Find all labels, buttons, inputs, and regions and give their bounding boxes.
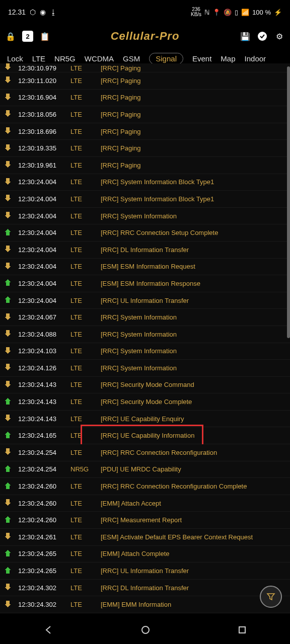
log-tech: LTE [70, 229, 101, 236]
log-row[interactable]: 🡅12:30:24.165LTE[RRC] UE Capability Info… [0, 427, 290, 444]
system-nav-bar [0, 616, 290, 644]
log-row[interactable]: 🡇12:30:24.126LTE[RRC] System Information [0, 360, 290, 377]
log-tech: LTE [70, 64, 101, 72]
tab-nr5g[interactable]: NR5G [54, 54, 76, 63]
log-row[interactable]: 🡇12:30:24.143LTE[RRC] Security Mode Comm… [0, 377, 290, 394]
arrow-down-icon: 🡇 [2, 330, 14, 339]
log-row[interactable]: 🡇12:30:24.302LTE[RRC] DL Information Tra… [0, 580, 290, 597]
arrow-down-icon: 🡇 [2, 160, 14, 170]
log-row[interactable]: 🡇12:30:24.004LTE[RRC] System Information… [0, 174, 290, 191]
lock-icon[interactable]: 🔒 [5, 31, 16, 42]
log-row[interactable]: 🡅12:30:24.004LTE[RRC] UL Information Tra… [0, 292, 290, 309]
log-message: [RRC] Paging [101, 111, 287, 118]
log-time: 12:30:24.302 [14, 601, 70, 608]
log-row[interactable]: 🡇12:30:24.103LTE[RRC] System Information [0, 343, 290, 360]
gear-icon[interactable]: ⚙ [274, 31, 285, 42]
log-row[interactable]: 🡇12:30:24.302LTE[EMM] EMM Information [0, 596, 290, 613]
log-row[interactable]: 🡅12:30:24.004LTE[RRC] RRC Connection Set… [0, 224, 290, 242]
network-speed: 236 KB/s [191, 7, 201, 17]
arrow-down-icon: 🡇 [2, 380, 14, 389]
hex-icon: ⬡ [30, 8, 36, 16]
log-tech: LTE [70, 246, 101, 254]
signal-5g-icon: 📶 [241, 9, 249, 16]
log-row[interactable]: 🡅12:30:24.265LTE[RRC] UL Information Tra… [0, 562, 290, 580]
log-row[interactable]: 🡅12:30:24.004LTE[ESM] ESM Information Re… [0, 275, 290, 292]
log-time: 12:30:24.260 [14, 500, 70, 507]
log-tech: LTE [70, 415, 101, 423]
log-row[interactable]: 🡅12:30:24.143LTE[RRC] Security Mode Comp… [0, 393, 290, 411]
log-time: 12:30:24.126 [14, 364, 70, 372]
log-row[interactable]: 🡇12:30:16.904LTE[RRC] Paging [0, 90, 290, 107]
log-row[interactable]: 🡅12:30:24.260LTE[RRC] RRC Connection Rec… [0, 478, 290, 495]
tab-map[interactable]: Map [221, 54, 235, 63]
arrow-up-icon: 🡅 [2, 567, 14, 576]
log-row[interactable]: 🡇12:30:18.056LTE[RRC] Paging [0, 106, 290, 123]
log-time: 12:30:24.302 [14, 584, 70, 592]
log-message: [RRC] UL Information Transfer [101, 567, 287, 575]
log-row[interactable]: 🡇12:30:24.004LTE[RRC] System Information [0, 208, 290, 225]
back-button[interactable] [43, 625, 53, 635]
log-row[interactable]: 🡇12:30:24.067LTE[RRC] System Information [0, 309, 290, 326]
log-row[interactable]: 🡅12:30:24.260LTE[RRC] Measurement Report [0, 512, 290, 529]
tab-gsm[interactable]: GSM [123, 54, 140, 63]
recent-button[interactable] [238, 625, 247, 634]
dnd-icon: 🔕 [224, 9, 232, 16]
log-tech: LTE [70, 364, 101, 372]
log-row[interactable]: 🡇12:30:19.335LTE[RRC] Paging [0, 140, 290, 157]
clipboard-icon[interactable]: 📋 [39, 31, 50, 42]
log-tech: LTE [70, 94, 101, 101]
log-tech: LTE [70, 432, 101, 439]
tab-event[interactable]: Event [192, 54, 211, 63]
log-time: 12:30:24.004 [14, 229, 70, 236]
log-row[interactable]: 🡇12:30:24.004LTE[ESM] ESM Information Re… [0, 259, 290, 276]
log-message: [RRC] Paging [101, 64, 287, 72]
log-message: [RRC] UE Capability Enquiry [101, 415, 287, 423]
scrollbar[interactable] [287, 66, 290, 338]
log-time: 12:30:24.165 [14, 432, 70, 439]
log-row[interactable]: 🡅12:30:24.254NR5G[PDU] UE MRDC Capabilit… [0, 461, 290, 478]
home-button[interactable] [140, 625, 151, 635]
log-time: 12:30:24.261 [14, 533, 70, 541]
log-row[interactable]: 🡇12:30:24.261LTE[ESM] Activate Default E… [0, 529, 290, 546]
log-time: 12:30:24.004 [14, 246, 70, 254]
filter-fab[interactable] [260, 586, 282, 608]
log-row[interactable]: 🡇12:30:19.961LTE[RRC] Paging [0, 157, 290, 174]
log-row[interactable]: 🡇12:30:24.004LTE[RRC] DL Information Tra… [0, 242, 290, 259]
arrow-down-icon: 🡇 [2, 414, 14, 423]
signal-log-list[interactable]: 🡇12:30:10.979LTE[RRC] Paging🡇12:30:11.02… [0, 63, 290, 616]
log-tech: LTE [70, 280, 101, 287]
tab-lock[interactable]: Lock [7, 54, 23, 63]
log-row[interactable]: 🡇12:30:24.004LTE[RRC] System Information… [0, 191, 290, 208]
log-message: [RRC] System Information [101, 331, 287, 338]
tab-indoor[interactable]: Indoor [245, 54, 266, 63]
tab-wcdma[interactable]: WCDMA [85, 54, 114, 63]
log-message: [RRC] System Information Block Type1 [101, 178, 287, 186]
log-tech: LTE [70, 128, 101, 135]
log-tech: LTE [70, 449, 101, 456]
tab-signal[interactable]: Signal [149, 53, 183, 64]
app-bar: 🔒 2 📋 Cellular-Pro 💾 ⚙ [0, 24, 290, 48]
arrow-down-icon: 🡇 [2, 583, 14, 592]
arrow-down-icon: 🡇 [2, 363, 14, 372]
log-row[interactable]: 🡅12:30:24.265LTE[EMM] Attach Complete [0, 546, 290, 563]
arrow-down-icon: 🡇 [2, 499, 14, 508]
edit-icon[interactable] [257, 31, 268, 42]
log-message: [RRC] Paging [101, 77, 287, 85]
save-icon[interactable]: 💾 [240, 31, 251, 42]
log-tech: NR5G [70, 465, 101, 473]
log-row[interactable]: 🡇12:30:11.020LTE[RRC] Paging [0, 72, 290, 90]
log-row[interactable]: 🡇12:30:18.696LTE[RRC] Paging [0, 123, 290, 140]
arrow-up-icon: 🡅 [2, 549, 14, 558]
log-row[interactable]: 🡇12:30:24.254LTE[RRC] RRC Connection Rec… [0, 444, 290, 461]
log-row[interactable]: 🡇12:30:24.088LTE[RRC] System Information [0, 326, 290, 343]
notification-badge[interactable]: 2 [22, 31, 33, 42]
log-row[interactable]: 🡇12:30:10.979LTE[RRC] Paging [0, 63, 290, 72]
tab-lte[interactable]: LTE [32, 54, 45, 63]
log-row[interactable]: 🡇12:30:24.143LTE[RRC] UE Capability Enqu… [0, 411, 290, 428]
log-row[interactable]: 🡇12:30:24.260LTE[EMM] Attach Accept [0, 495, 290, 512]
log-message: [ESM] ESM Information Request [101, 263, 287, 270]
arrow-up-icon: 🡅 [2, 516, 14, 525]
svg-point-1 [142, 626, 149, 633]
log-message: [RRC] UE Capability Information [101, 432, 287, 439]
arrow-down-icon: 🡇 [2, 347, 14, 356]
